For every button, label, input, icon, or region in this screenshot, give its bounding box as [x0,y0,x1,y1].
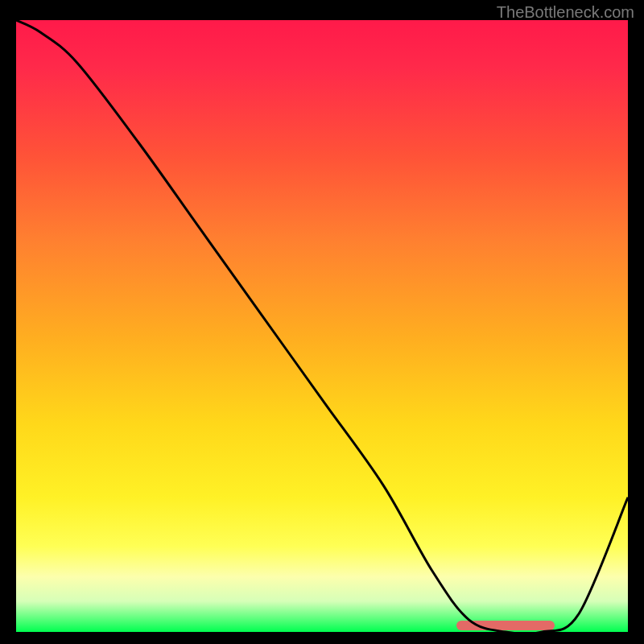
curve-path [16,20,628,632]
watermark-text: TheBottleneck.com [497,3,634,22]
chart-curve-svg [16,20,628,632]
